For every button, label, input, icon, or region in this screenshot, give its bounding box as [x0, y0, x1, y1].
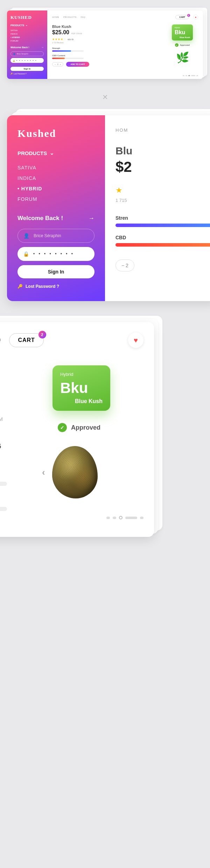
star-icon: ★ [61, 38, 63, 41]
category-menu: SATIVA INDICA • HYBRID FORUM [18, 162, 94, 204]
pager-dots[interactable] [183, 75, 198, 76]
password-field[interactable]: 🔒• • • • • • • • [18, 247, 94, 261]
user-icon: 👤 [23, 233, 29, 239]
per-gram-fragment: GRAM [0, 416, 7, 422]
lock-icon: 🔒 [23, 251, 29, 257]
review-count: 1 715 Reviews [52, 42, 167, 44]
lost-password-link[interactable]: 🔑Lost Password ? [18, 284, 94, 289]
sidebar: Kushed PRODUCTS⌄ SATIVA INDICA • HYBRID … [7, 115, 105, 301]
add-to-cart-button[interactable]: ADD TO CART [66, 62, 89, 67]
heart-icon: ♥ [134, 336, 138, 344]
main-panel-peek: HOM Blu $2 ★ 1 715 Stren CBD − 2 [105, 115, 210, 301]
sidebar-item-sativa[interactable]: SATIVA [10, 29, 44, 32]
welcome-heading: Welcome Back !→ [18, 215, 94, 222]
product-section: Blue Kush $25.00PER GRAM ★★★★☆ 4.5 / 5 1… [52, 24, 198, 67]
sidebar-item-indica[interactable]: INDICA [10, 32, 44, 36]
product-image [52, 446, 98, 498]
password-field[interactable]: 🔒• • • • • • • • [10, 58, 44, 63]
quantity-stepper[interactable]: − 2 [115, 260, 134, 271]
sidebar-item-hybrid[interactable]: • HYBRID [10, 36, 44, 39]
strength-label: Strengh [52, 47, 167, 49]
strength-label-fragment: Stren [115, 215, 210, 221]
sidebar-item-hybrid[interactable]: • HYBRID [18, 183, 94, 194]
app-card: Kushed PRODUCTS⌄ SATIVA INDICA • HYBRID … [7, 10, 203, 79]
sidebar-item-forum[interactable]: FORUM [10, 39, 44, 43]
username-field[interactable]: 👤Brice Séraphin [18, 229, 94, 243]
app-preview-stack: Kushed PRODUCTS⌄ SATIVA INDICA • HYBRID … [7, 10, 203, 79]
favorite-button[interactable]: ♥ [193, 15, 198, 20]
star-icon: ★ [115, 186, 122, 195]
category-menu: SATIVA INDICA • HYBRID FORUM [10, 29, 44, 43]
sidebar-item-forum[interactable]: FORUM [18, 194, 94, 204]
product-name-fragment: Blu [115, 145, 210, 157]
left-fragments: GRAM 5 / 5 T [0, 416, 7, 537]
approved-badge: ✓Approved [175, 43, 190, 47]
rating-value: 4.5 / 5 [68, 38, 74, 41]
cart-count-badge: 2 [187, 14, 190, 17]
cart-button[interactable]: CART2 [9, 333, 43, 347]
user-icon: 👤 [13, 53, 15, 55]
chevron-down-icon: ⌄ [50, 150, 54, 156]
logo: Kushed [10, 15, 44, 20]
product-name: Blue Kush [52, 24, 167, 29]
main-panel: HOME PRODUCTS FAQ CART2 ♥ Blue Kush $25.… [47, 10, 203, 79]
star-icon: ☆ [63, 38, 66, 41]
chevron-left-icon[interactable]: ‹ [42, 467, 45, 478]
review-fragment: 1 715 [115, 198, 210, 203]
lock-icon: 🔒 [13, 59, 15, 62]
approved-badge: ✓Approved [58, 423, 154, 432]
arrow-right-icon: → [89, 215, 94, 222]
zoom-card: Q CART2 ♥ Hybrid Bku Blue Kush GRAM 5 / … [0, 322, 154, 537]
nav-products[interactable]: PRODUCTS [63, 16, 77, 18]
cbd-meter [115, 243, 210, 247]
quantity-stepper[interactable]: −2+ [52, 62, 63, 66]
strain-category: Hybrid [175, 27, 190, 29]
meter-fragment [0, 507, 7, 511]
product-visual: Hybrid Bku Blue Kush ✓Approved 🌿 [167, 24, 198, 67]
cart-button[interactable]: CART2 [175, 15, 189, 19]
check-icon: ✓ [58, 423, 67, 432]
check-icon: ✓ [175, 43, 178, 47]
close-icon[interactable]: ✕ [7, 93, 203, 101]
strain-name: Blue Kush [175, 36, 190, 38]
products-menu-toggle[interactable]: PRODUCTS⌄ [10, 24, 44, 27]
rating-fragment: 5 / 5 [0, 443, 7, 450]
signin-button[interactable]: Sign In [18, 265, 94, 278]
favorite-button[interactable]: ♥ [128, 333, 144, 348]
pager-dots[interactable] [0, 516, 154, 519]
star-icon: ★ [55, 38, 57, 41]
signin-button[interactable]: Sign In [10, 67, 44, 71]
sidebar: Kushed PRODUCTS⌄ SATIVA INDICA • HYBRID … [7, 10, 47, 79]
price-unit: PER GRAM [71, 32, 82, 35]
right-zoom-crop: Q CART2 ♥ Hybrid Bku Blue Kush GRAM 5 / … [0, 322, 203, 537]
product-image-carousel: ‹ [42, 446, 154, 498]
rating-stars: ★ [115, 186, 210, 195]
plus-icon[interactable]: + [60, 63, 61, 65]
sidebar-item-sativa[interactable]: SATIVA [18, 162, 94, 173]
cbd-label-fragment: CBD [115, 235, 210, 240]
top-nav: HOME PRODUCTS FAQ CART2 ♥ [52, 15, 198, 20]
star-icon: ★ [58, 38, 60, 41]
sidebar-item-indica[interactable]: INDICA [18, 173, 94, 183]
strain-tile: Hybrid Bku Blue Kush [52, 365, 110, 411]
minus-icon[interactable]: − [55, 63, 56, 65]
chevron-down-icon: ⌄ [26, 24, 28, 27]
strain-name: Blue Kush [60, 398, 103, 404]
key-icon: 🔑 [18, 284, 23, 289]
nav-faq[interactable]: FAQ [81, 16, 86, 18]
strength-meter [115, 224, 210, 227]
meter-fragment [0, 482, 7, 486]
strain-category: Hybrid [60, 372, 103, 377]
arrow-right-icon: → [41, 46, 44, 49]
top-nav: Q CART2 ♥ [0, 333, 154, 348]
lost-password-link[interactable]: 🔑Lost Password ? [10, 73, 44, 75]
strain-tile: Hybrid Bku Blue Kush [172, 24, 193, 41]
products-menu-toggle[interactable]: PRODUCTS⌄ [18, 150, 94, 156]
heart-icon: ♥ [195, 16, 196, 19]
nav-home[interactable]: HOME [52, 16, 59, 18]
nav-fragment: HOM [115, 127, 210, 133]
product-details: Blue Kush $25.00PER GRAM ★★★★☆ 4.5 / 5 1… [52, 24, 167, 67]
username-field[interactable]: 👤Brice Séraphin [10, 51, 44, 56]
zoom-card: Kushed PRODUCTS⌄ SATIVA INDICA • HYBRID … [7, 115, 210, 301]
rating-stars: ★★★★☆ 4.5 / 5 [52, 38, 167, 41]
